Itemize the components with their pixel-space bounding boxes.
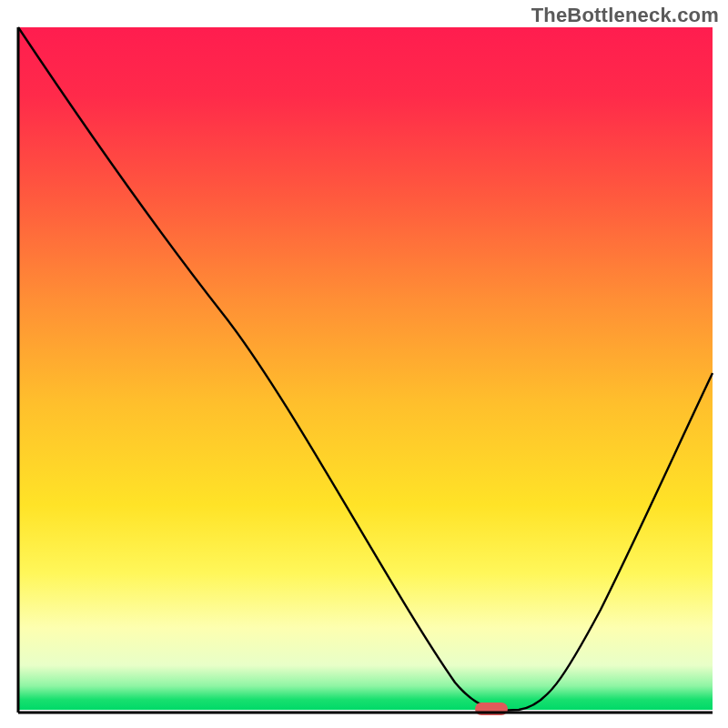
chart-container: TheBottleneck.com bbox=[0, 0, 728, 728]
plot-area bbox=[18, 27, 713, 715]
bottleneck-chart bbox=[0, 0, 728, 728]
gradient-background bbox=[18, 27, 713, 710]
